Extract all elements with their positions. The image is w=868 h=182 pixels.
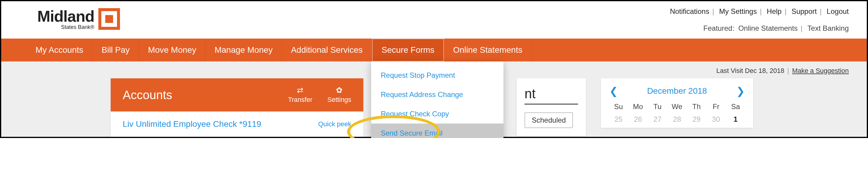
nav-additional-services[interactable]: Additional Services — [282, 38, 372, 61]
accounts-title: Accounts — [123, 88, 172, 102]
calendar-day[interactable]: 25 — [609, 115, 628, 124]
transfer-label: Transfer — [288, 96, 312, 104]
brand-logo[interactable]: Midland States Bank® — [37, 7, 120, 30]
calendar-month-label: December 2018 — [647, 86, 707, 96]
account-row: Liv Unlimited Employee Check *9119 Quick… — [111, 111, 363, 137]
gear-icon: ✿ — [328, 86, 351, 94]
secure-forms-dropdown: Request Stop Payment Request Address Cha… — [371, 61, 503, 138]
calendar-next-button[interactable]: ❯ — [736, 85, 745, 97]
settings-button[interactable]: ✿ Settings — [328, 86, 351, 104]
nav-bill-pay[interactable]: Bill Pay — [93, 38, 139, 61]
last-visit-value: Dec 18, 2018 — [745, 67, 784, 74]
brand-mark-icon — [98, 8, 120, 30]
nav-my-accounts[interactable]: My Accounts — [27, 38, 93, 61]
secondary-card: nt Scheduled — [517, 78, 586, 136]
last-visit-label: Last Visit — [716, 67, 743, 74]
dow: We — [668, 102, 686, 111]
nav-move-money[interactable]: Move Money — [139, 38, 206, 61]
nav-manage-money[interactable]: Manage Money — [206, 38, 282, 61]
featured-online-statements[interactable]: Online Statements — [738, 24, 798, 32]
transfer-icon: ⇄ — [288, 86, 312, 94]
calendar-day[interactable]: 29 — [687, 115, 706, 124]
support-link[interactable]: Support — [792, 7, 817, 16]
nav-secure-forms[interactable]: Secure Forms — [372, 38, 444, 61]
dropdown-send-secure-email[interactable]: Send Secure Email — [371, 124, 503, 138]
dow: Th — [687, 102, 706, 111]
dow: Tu — [648, 102, 667, 111]
make-suggestion-link[interactable]: Make a Suggestion — [792, 67, 849, 74]
dow: Mo — [629, 102, 647, 111]
featured-row: Featured: Online Statements| Text Bankin… — [670, 24, 849, 32]
calendar-day[interactable]: 1 — [726, 115, 745, 124]
featured-label: Featured: — [704, 24, 735, 32]
dow: Sa — [726, 102, 745, 111]
settings-label: Settings — [328, 96, 351, 104]
nav-online-statements[interactable]: Online Statements — [444, 38, 531, 61]
calendar-widget: ❮ December 2018 ❯ Su Mo Tu We Th Fr Sa 2… — [601, 78, 753, 128]
calendar-day[interactable]: 27 — [648, 115, 667, 124]
calendar-day[interactable]: 28 — [668, 115, 686, 124]
secondary-card-title: nt — [525, 86, 578, 105]
dropdown-request-check-copy[interactable]: Request Check Copy — [371, 104, 503, 124]
account-name-link[interactable]: Liv Unlimited Employee Check *9119 — [123, 119, 261, 129]
utility-nav: Notifications| My Settings| Help| Suppor… — [670, 7, 849, 16]
calendar-day[interactable]: 30 — [707, 115, 725, 124]
logout-link[interactable]: Logout — [827, 7, 849, 16]
dropdown-request-address-change[interactable]: Request Address Change — [371, 85, 503, 104]
dow: Su — [609, 102, 628, 111]
calendar-prev-button[interactable]: ❮ — [609, 85, 618, 97]
transfer-button[interactable]: ⇄ Transfer — [288, 86, 312, 104]
calendar-day[interactable]: 26 — [629, 115, 647, 124]
help-link[interactable]: Help — [767, 7, 781, 16]
accounts-card: Accounts ⇄ Transfer ✿ Settings Liv Unlim… — [111, 78, 363, 137]
quick-peek-link[interactable]: Quick peek — [318, 120, 351, 128]
my-settings-link[interactable]: My Settings — [719, 7, 757, 16]
scheduled-tab[interactable]: Scheduled — [525, 112, 573, 128]
dow: Fr — [707, 102, 725, 111]
primary-nav: My Accounts Bill Pay Move Money Manage M… — [1, 38, 867, 61]
dropdown-request-stop-payment[interactable]: Request Stop Payment — [371, 66, 503, 85]
featured-text-banking[interactable]: Text Banking — [808, 24, 849, 32]
brand-name: Midland — [37, 7, 94, 25]
notifications-link[interactable]: Notifications — [670, 7, 709, 16]
